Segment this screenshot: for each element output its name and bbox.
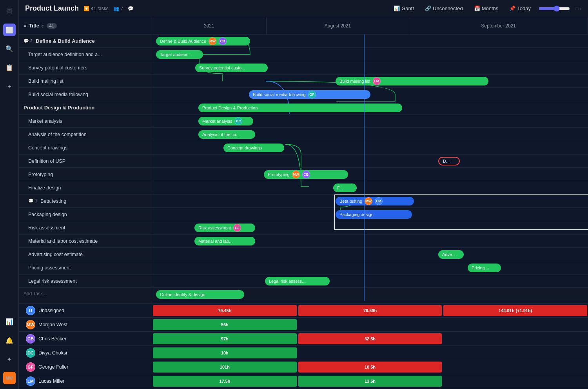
sort-arrow-icon[interactable]: ↕ (42, 23, 44, 29)
workload-bars: 79.45h 76.59h 144.91h (+1.91h) (152, 304, 588, 317)
task-list-header: ≡ Title ↕ 41 (19, 17, 152, 35)
sidebar-add-icon[interactable]: ＋ (3, 80, 16, 93)
avatar: DC (26, 348, 35, 358)
workload-person-name: CB Chris Becker (19, 334, 152, 344)
sidebar-calendar-icon[interactable]: 📋 (3, 61, 16, 74)
today-btn[interactable]: 📌 Today (506, 4, 534, 13)
task-row[interactable]: Risk assessment (19, 221, 152, 234)
workload-person-name: DC Divya Choksi (19, 348, 152, 358)
workload-row: CB Chris Becker 97h 32.5h (19, 332, 588, 346)
avatar: CB (302, 171, 310, 178)
gantt-bar[interactable]: Adve... (438, 250, 464, 259)
filter-icon: 🔽 41 tasks (83, 6, 109, 11)
sort-icon[interactable]: ≡ (24, 23, 27, 29)
workload-row: LM Lucas Miller 17.5h 13.5h (19, 374, 588, 388)
gantt-row: Build mailing list LM (152, 75, 588, 88)
gantt-row: Packaging design (152, 208, 588, 221)
gantt-bar[interactable]: D... (438, 157, 460, 165)
avatar: MW (26, 320, 35, 329)
header: Product Launch 🔽 41 tasks 👥 7 💬 📊 Gantt … (19, 0, 588, 17)
sidebar-bell-icon[interactable]: 🔔 (3, 334, 16, 347)
gantt-bar[interactable]: Pricing ... (468, 264, 501, 272)
gantt-bar-online-identity[interactable]: Online identity & design (156, 290, 244, 299)
gantt-bar[interactable]: Legal risk assess... (265, 277, 330, 285)
gantt-chart[interactable]: 2021 August 2021 September 2021 (152, 17, 588, 303)
workload-cell: 17.5h (153, 376, 297, 387)
sidebar-search-icon[interactable]: 🔍 (3, 42, 16, 55)
workload-bars: 56h (152, 318, 588, 331)
gantt-row: Risk assessment GF (152, 221, 588, 234)
task-row[interactable]: 💬 2 Define & Build Audience (19, 35, 152, 48)
task-row[interactable]: Concept drawings (19, 141, 152, 155)
gantt-view-btn[interactable]: 📊 Gantt (390, 4, 417, 13)
gantt-bar[interactable]: Beta testing MW LM (336, 197, 414, 205)
task-row[interactable]: Build mailing list (19, 75, 152, 88)
task-row[interactable]: Material and labor cost estimate (19, 234, 152, 248)
workload-bars: 10h (152, 346, 588, 360)
gantt-row: Beta testing MW LM (152, 194, 588, 208)
workload-cell (443, 319, 587, 330)
gantt-row: F... (152, 181, 588, 194)
gantt-bar[interactable]: Risk assessment GF (194, 224, 255, 232)
workload-cell: 32.5h (298, 333, 442, 344)
avatar: LM (373, 77, 381, 85)
avatar: U (26, 306, 35, 315)
gantt-bar[interactable]: Product Design & Production (198, 104, 402, 112)
gantt-bar[interactable]: F... (333, 184, 357, 192)
comment-badge: 💬 1 (28, 198, 37, 204)
gantt-bar[interactable]: Define & Build Audience MW CB (156, 37, 250, 45)
gantt-bar[interactable]: Survey potential custo... (195, 64, 268, 72)
gantt-header: 2021 August 2021 September 2021 (152, 17, 588, 35)
gantt-row: Pricing ... (152, 261, 588, 274)
sidebar-menu-icon[interactable]: ☰ (3, 5, 16, 17)
gantt-bar[interactable]: Material and lab... (194, 237, 255, 245)
workload-cell (443, 333, 587, 344)
workload-cell (443, 376, 587, 387)
task-row[interactable]: Survey potential customers (19, 61, 152, 75)
sidebar-chart-icon[interactable]: 📊 (3, 315, 16, 328)
page-title: Product Launch (25, 4, 79, 13)
gantt-bar[interactable]: Concept drawings (223, 144, 284, 152)
task-row[interactable]: Analysis of the competition (19, 128, 152, 141)
sidebar-home-icon[interactable]: ⬜ (3, 24, 16, 36)
task-row[interactable]: Product Design & Production (19, 101, 152, 115)
more-options-btn[interactable]: ⋯ (575, 4, 582, 13)
gantt-bar[interactable]: Build social media following GF (249, 90, 370, 99)
workload-cell (443, 362, 587, 373)
gantt-bar[interactable]: Target audienc... (156, 50, 203, 59)
time-scale-btn[interactable]: 📅 Months (471, 4, 502, 13)
task-row[interactable]: Finalize design (19, 181, 152, 194)
gantt-bar[interactable]: Packaging design (336, 210, 412, 219)
sidebar-avatar-icon[interactable]: MW (3, 372, 16, 384)
gantt-row: Legal risk assess... (152, 274, 588, 288)
add-task-btn[interactable]: Add Task... (19, 288, 152, 300)
gantt-bar[interactable]: Prototyping MW CB (264, 170, 348, 179)
sidebar-star-icon[interactable]: ✦ (3, 353, 16, 365)
task-row[interactable]: Build social media following (19, 88, 152, 101)
workload-cell: 10.5h (298, 362, 442, 373)
task-row[interactable]: Target audience definition and a... (19, 48, 152, 61)
connection-btn[interactable]: 🔗 Unconnected (422, 4, 466, 13)
task-count-badge: 41 (47, 23, 57, 29)
gantt-bar[interactable]: Analysis of the co... (198, 130, 255, 139)
task-row[interactable]: 💬 1 Beta testing (19, 194, 152, 208)
workload-person-name: GF George Fuller (19, 362, 152, 372)
zoom-slider[interactable] (539, 5, 570, 12)
task-row[interactable]: Pricing assessment (19, 261, 152, 274)
workload-cell (298, 319, 442, 330)
task-row[interactable]: Definition of USP (19, 155, 152, 168)
gantt-row: Target audienc... (152, 48, 588, 61)
gantt-row: Analysis of the co... (152, 128, 588, 141)
task-row[interactable]: Packaging design (19, 208, 152, 221)
gantt-bar[interactable]: Build mailing list LM (336, 77, 488, 85)
gantt-row: Product Design & Production (152, 101, 588, 115)
task-row[interactable]: Advertising cost estimate (19, 248, 152, 261)
gantt-bar[interactable]: Market analysis DC (198, 117, 253, 125)
task-row[interactable]: Prototyping (19, 168, 152, 181)
gantt-body: Define & Build Audience MW CB Target aud… (152, 35, 588, 301)
workload-cell: 97h (153, 333, 297, 344)
task-row[interactable]: Market analysis (19, 115, 152, 128)
chat-meta: 💬 (128, 6, 134, 11)
gantt-row: Market analysis DC (152, 115, 588, 128)
task-row[interactable]: Legal risk assessment (19, 274, 152, 288)
